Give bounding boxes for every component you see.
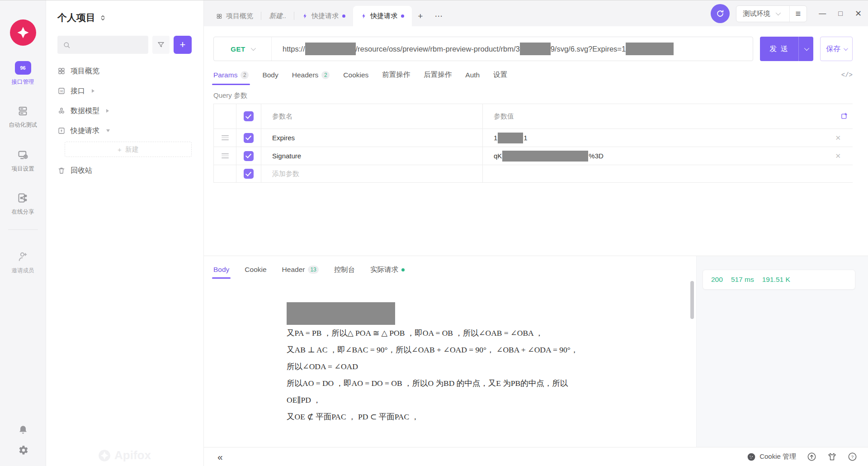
project-switcher[interactable]: 个人项目 xyxy=(57,11,192,24)
document-tabbar: 项目概览 新建.. 快捷请求 快捷请求 + ⋯ xyxy=(204,0,868,26)
tab-console[interactable]: 控制台 xyxy=(334,265,355,275)
row-checkbox[interactable] xyxy=(244,133,254,143)
delete-row-icon[interactable]: ✕ xyxy=(835,134,841,142)
param-value-cell[interactable]: 11 ✕ xyxy=(483,129,853,147)
save-button[interactable]: 保存 xyxy=(820,37,853,61)
rail-item-invite[interactable]: 邀请成员 xyxy=(12,250,34,275)
request-tabs: Params 2 Body Headers 2 Cookies 前置操作 后置操… xyxy=(213,70,853,86)
param-name-cell[interactable]: Signature xyxy=(261,147,483,165)
send-button[interactable]: 发 送 xyxy=(760,37,813,61)
response-size: 191.51 K xyxy=(762,276,790,284)
tab-body[interactable]: Body xyxy=(262,71,278,79)
param-value-cell[interactable]: qK%3D ✕ xyxy=(483,147,853,165)
query-params-label: Query 参数 xyxy=(213,91,853,100)
svg-text:96: 96 xyxy=(60,90,63,93)
settings-gear-icon[interactable] xyxy=(17,444,29,456)
help-icon[interactable]: ? xyxy=(848,452,857,461)
tab-response-body[interactable]: Body xyxy=(213,266,229,274)
green-dot xyxy=(401,268,405,271)
environment-group: 测试环境 ≡ xyxy=(736,5,807,22)
apifox-watermark: Apifox xyxy=(98,448,151,462)
tab-quick-request-1[interactable]: 快捷请求 xyxy=(294,6,353,26)
sidebar-item-data-model[interactable]: 数据模型 xyxy=(57,101,192,121)
response-body-content[interactable]: 又PA = PB ，所以△ POA ≅ △ POB ，即OA = OB ，所以∠… xyxy=(204,283,696,447)
page-title: 个人项目 xyxy=(57,11,95,24)
tab-headers[interactable]: Headers 2 xyxy=(292,71,330,79)
rail-divider xyxy=(8,229,38,230)
params-count-badge: 2 xyxy=(241,71,249,79)
param-name-cell[interactable]: 添加参数 xyxy=(261,165,483,182)
search-input[interactable] xyxy=(57,36,148,54)
tab-cookies[interactable]: Cookies xyxy=(343,71,368,79)
cookie-icon xyxy=(747,452,756,461)
unsaved-dot xyxy=(401,14,404,18)
tab-settings[interactable]: 设置 xyxy=(493,70,507,80)
close-button[interactable]: ✕ xyxy=(855,9,862,19)
column-header-value: 参数值 xyxy=(494,112,514,121)
new-request-button[interactable]: +新建 xyxy=(65,142,192,157)
bulk-edit-icon[interactable] xyxy=(840,113,848,120)
unsaved-dot xyxy=(342,14,345,18)
tab-new[interactable]: 新建.. xyxy=(261,6,294,26)
rail-item-project-settings[interactable]: 项目设置 xyxy=(12,148,34,173)
share-icon xyxy=(17,191,29,204)
param-value-cell[interactable] xyxy=(483,165,853,182)
sidebar-item-trash[interactable]: 回收站 xyxy=(57,161,192,181)
tab-actual-request[interactable]: 实际请求 xyxy=(370,265,405,275)
sidebar-item-quick-request[interactable]: 快捷请求 xyxy=(57,121,192,141)
scrollbar-thumb[interactable] xyxy=(690,281,694,319)
rail-item-api-manage[interactable]: 96 接口管理 xyxy=(12,61,34,86)
drag-handle-icon[interactable] xyxy=(222,153,229,158)
send-options-button[interactable] xyxy=(799,37,813,61)
theme-shirt-icon[interactable] xyxy=(827,452,837,461)
rail-item-automation[interactable]: 自动化测试 xyxy=(9,104,37,129)
environment-select[interactable]: 测试环境 xyxy=(736,10,784,18)
response-section: Body Cookie Header 13 控制台 实际请求 又PA = PB … xyxy=(204,256,868,447)
tab-response-header[interactable]: Header 13 xyxy=(282,266,319,274)
sort-updown-icon xyxy=(99,14,106,21)
response-panel: Body Cookie Header 13 控制台 实际请求 又PA = PB … xyxy=(204,256,696,447)
grid-icon xyxy=(216,13,222,19)
sync-button[interactable] xyxy=(711,4,730,23)
tab-quick-request-2[interactable]: 快捷请求 xyxy=(353,6,412,26)
rail-item-share[interactable]: 在线分享 xyxy=(12,191,34,216)
tab-post-ops[interactable]: 后置操作 xyxy=(424,70,452,80)
delete-row-icon[interactable]: ✕ xyxy=(835,152,841,160)
sidebar-item-overview[interactable]: 项目概览 xyxy=(57,61,192,81)
redacted-block xyxy=(502,151,588,162)
chevron-down-icon xyxy=(844,46,848,51)
param-name-cell[interactable]: Expires xyxy=(261,129,483,147)
env-menu-button[interactable]: ≡ xyxy=(790,9,807,19)
new-tab-button[interactable]: + xyxy=(412,6,429,26)
tab-params[interactable]: Params 2 xyxy=(213,71,249,79)
drag-handle-icon[interactable] xyxy=(222,135,229,140)
method-select[interactable]: GET xyxy=(214,37,272,61)
math-line: OE∥PD ， xyxy=(287,392,696,409)
row-checkbox[interactable] xyxy=(244,151,254,161)
minimize-button[interactable]: — xyxy=(819,10,826,18)
sync-icon xyxy=(715,9,725,19)
sidebar-item-api[interactable]: 96 接口 xyxy=(57,81,192,101)
api-manage-icon: 96 xyxy=(15,61,31,75)
data-model-icon xyxy=(57,107,66,115)
upload-icon[interactable] xyxy=(807,452,816,461)
tab-response-cookie[interactable]: Cookie xyxy=(245,266,266,274)
apifox-logo-icon[interactable] xyxy=(10,19,36,46)
url-input[interactable]: https:///resource/oss/preview/rbm-previe… xyxy=(272,43,753,55)
invite-icon xyxy=(17,250,29,263)
cookie-manage-button[interactable]: Cookie 管理 xyxy=(747,452,796,461)
collapse-sidebar-icon[interactable]: « xyxy=(217,452,223,461)
tab-overview[interactable]: 项目概览 xyxy=(208,6,261,26)
row-checkbox[interactable] xyxy=(244,169,254,179)
tab-auth[interactable]: Auth xyxy=(465,71,480,79)
code-view-icon[interactable]: </> xyxy=(841,71,853,79)
notification-bell-icon[interactable] xyxy=(17,424,29,436)
select-all-checkbox[interactable] xyxy=(244,111,254,121)
filter-button[interactable] xyxy=(152,36,170,54)
add-button[interactable]: + xyxy=(174,36,192,54)
svg-text:?: ? xyxy=(851,454,854,459)
tab-more-button[interactable]: ⋯ xyxy=(429,6,448,26)
maximize-button[interactable]: □ xyxy=(838,10,843,18)
redacted-block xyxy=(520,43,551,55)
tab-pre-ops[interactable]: 前置操作 xyxy=(382,70,410,80)
